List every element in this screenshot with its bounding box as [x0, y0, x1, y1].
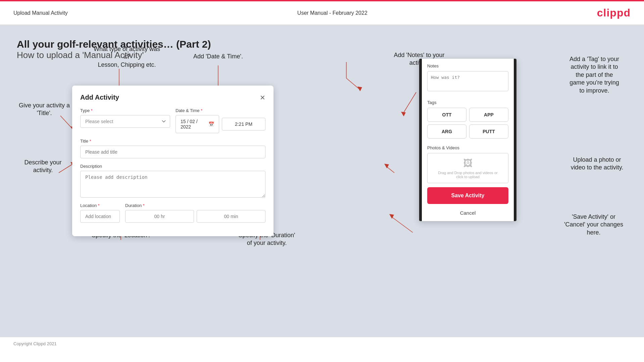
duration-label: Duration * — [125, 203, 265, 208]
svg-marker-17 — [357, 87, 362, 91]
annotation-save-cancel: 'Save Activity' or 'Cancel' your changes… — [550, 213, 637, 237]
date-input[interactable]: 15 / 02 / 2022 📅 — [176, 115, 219, 133]
dialog-title: Add Activity — [80, 94, 119, 101]
notes-label: Notes — [427, 63, 508, 68]
phone-panel: Notes Tags OTT APP ARG PUTT Photos & Vid… — [419, 59, 516, 221]
photos-drop-text: Drag and Drop photos and videos orclick … — [435, 171, 501, 179]
svg-line-20 — [386, 166, 394, 173]
annotation-date-time: Add 'Date & Time'. — [188, 53, 248, 60]
annotation-title: Give your activity a 'Title'. — [14, 102, 75, 117]
photos-label: Photos & Videos — [422, 143, 514, 153]
svg-line-22 — [391, 216, 413, 232]
copyright-text: Copyright Clippd 2021 — [13, 341, 57, 346]
svg-line-18 — [403, 92, 416, 114]
form-group-title: Title * — [80, 139, 265, 158]
title-input[interactable] — [80, 146, 265, 158]
tag-app[interactable]: APP — [469, 108, 508, 122]
form-group-location: Location * — [80, 203, 120, 223]
save-activity-button[interactable]: Save Activity — [427, 187, 508, 204]
svg-marker-21 — [384, 164, 389, 168]
add-activity-dialog: Add Activity ✕ Type * Please select Date… — [72, 86, 274, 236]
svg-marker-19 — [401, 112, 406, 116]
svg-line-6 — [60, 116, 72, 128]
date-time-group: 15 / 02 / 2022 📅 2:21 PM — [176, 115, 265, 133]
duration-group — [125, 210, 265, 223]
form-group-type: Type * Please select — [80, 108, 170, 133]
date-time-label: Date & Time * — [176, 108, 265, 113]
form-row-description: Description — [80, 164, 265, 198]
calendar-icon: 📅 — [208, 121, 214, 127]
page-label: Upload Manual Activity — [13, 10, 68, 16]
title-label: Title * — [80, 139, 265, 144]
annotation-upload: Upload a photo or video to the activity. — [557, 156, 637, 172]
form-group-duration: Duration * — [125, 203, 265, 223]
svg-marker-23 — [389, 214, 394, 219]
type-label: Type * — [80, 108, 170, 113]
form-row-type-date: Type * Please select Date & Time * 15 / … — [80, 108, 265, 133]
phone-notes-section: Notes — [422, 59, 514, 97]
tag-ott[interactable]: OTT — [427, 108, 466, 122]
duration-hr-input[interactable] — [125, 210, 194, 223]
tags-label: Tags — [422, 100, 514, 105]
form-group-date: Date & Time * 15 / 02 / 2022 📅 2:21 PM — [176, 108, 265, 133]
cancel-button[interactable]: Cancel — [422, 207, 514, 221]
main-content: All your golf-relevant activities… (Part… — [0, 25, 644, 337]
duration-min-input[interactable] — [197, 210, 265, 223]
clippd-logo: clippd — [597, 7, 631, 19]
form-row-location-duration: Location * Duration * — [80, 203, 265, 223]
tags-grid: OTT APP ARG PUTT — [422, 108, 514, 143]
location-input[interactable] — [80, 210, 120, 223]
manual-label: User Manual - February 2022 — [297, 10, 367, 16]
svg-line-16 — [346, 78, 359, 89]
description-textarea[interactable] — [80, 171, 265, 198]
tag-putt[interactable]: PUTT — [469, 124, 508, 139]
annotation-activity-type: What type of activity was it? Lesson, Ch… — [90, 45, 164, 69]
photos-drop-area[interactable]: 🖼 Drag and Drop photos and videos orclic… — [427, 153, 508, 183]
notes-textarea[interactable] — [427, 71, 508, 91]
dialog-header: Add Activity ✕ — [80, 94, 265, 101]
location-label: Location * — [80, 203, 120, 208]
photo-icon: 🖼 — [463, 158, 473, 169]
dialog-close-button[interactable]: ✕ — [260, 94, 265, 101]
form-row-title: Title * — [80, 139, 265, 158]
type-select[interactable]: Please select — [80, 115, 170, 128]
form-group-description: Description — [80, 164, 265, 198]
time-input[interactable]: 2:21 PM — [222, 118, 265, 131]
description-label: Description — [80, 164, 265, 169]
annotation-describe: Describe your activity. — [16, 159, 70, 174]
footer: Copyright Clippd 2021 — [0, 337, 644, 350]
annotation-tag: Add a 'Tag' to your activity to link it … — [554, 55, 635, 95]
top-bar: Upload Manual Activity User Manual - Feb… — [0, 1, 644, 25]
tag-arg[interactable]: ARG — [427, 124, 466, 139]
